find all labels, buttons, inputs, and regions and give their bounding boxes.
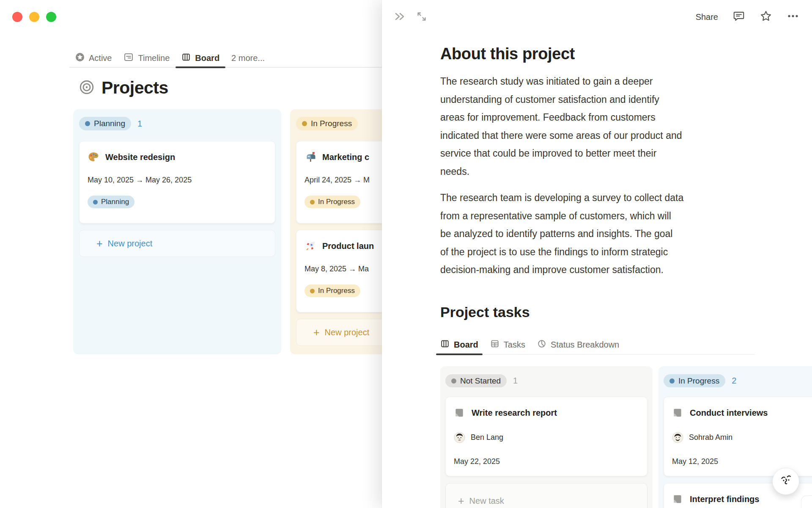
- status-dot: [85, 121, 90, 126]
- tab-label: Tasks: [504, 340, 525, 350]
- tab-label: Active: [89, 53, 112, 63]
- timeline-icon: [123, 52, 134, 64]
- page-title: Projects: [79, 78, 168, 98]
- status-pill-not-started[interactable]: Not Started: [445, 374, 507, 387]
- card-title: Write research report: [472, 408, 557, 418]
- side-peek-panel: Share About this project The research st…: [382, 0, 812, 508]
- status-dot: [451, 378, 456, 384]
- status-pill-planning[interactable]: Planning: [79, 117, 131, 130]
- page-icon: [672, 494, 683, 505]
- about-paragraph-1: The research study was initiated to gain…: [440, 72, 755, 180]
- tab-tasks-board-view[interactable]: Board: [436, 336, 483, 354]
- palette-icon: [88, 151, 99, 163]
- assignee-name: Ben Lang: [471, 433, 503, 442]
- assignee-row: Ben Lang: [454, 432, 639, 443]
- task-column-not-started: Not Started 1 Write research report: [440, 366, 653, 508]
- window-controls: [12, 12, 56, 22]
- tab-status-breakdown-view[interactable]: Status Breakdown: [533, 336, 623, 354]
- status-dot: [310, 200, 315, 204]
- expand-page-icon[interactable]: [415, 10, 428, 25]
- column-header: Not Started 1: [445, 374, 647, 387]
- new-project-label: New project: [325, 328, 370, 337]
- close-window-button[interactable]: [12, 12, 22, 22]
- close-peek-icon[interactable]: [393, 10, 406, 25]
- more-options-icon[interactable]: [787, 10, 799, 24]
- plus-icon: +: [96, 238, 103, 249]
- zoom-window-button[interactable]: [46, 12, 56, 22]
- ai-face-icon: [778, 472, 794, 490]
- database-view-tabs: Active Timeline Board 2 more...: [69, 49, 271, 67]
- card-status-tag: In Progress: [304, 196, 360, 208]
- share-button[interactable]: Share: [696, 10, 718, 24]
- about-paragraph-2: The research team is developing a survey…: [440, 189, 755, 279]
- card-date: May 22, 2025: [454, 457, 639, 466]
- plus-icon: +: [458, 496, 464, 506]
- board-icon: [181, 52, 191, 64]
- board-column-planning: Planning 1 Website redesign May 10, 2025…: [73, 109, 281, 354]
- tab-board-view[interactable]: Board: [176, 49, 225, 67]
- page-title-text: Projects: [102, 78, 168, 98]
- avatar-sohrab-amin: [672, 432, 683, 443]
- column-header: Planning 1: [79, 117, 275, 130]
- table-icon: [490, 339, 499, 351]
- tab-label: Board: [454, 340, 478, 350]
- new-task-button[interactable]: + New task: [445, 483, 647, 508]
- panel-content: About this project The research study wa…: [440, 33, 755, 508]
- star-circle-icon: [75, 52, 85, 64]
- status-dot: [302, 121, 307, 126]
- avatar-ben-lang: [454, 432, 465, 443]
- card-title: Product laun: [322, 241, 374, 251]
- target-icon: [79, 79, 95, 97]
- status-label: In Progress: [318, 287, 355, 295]
- page-icon: [454, 407, 465, 418]
- status-pill-in-progress[interactable]: In Progress: [664, 374, 725, 387]
- tab-label: Status Breakdown: [551, 340, 619, 350]
- project-card-website-redesign[interactable]: Website redesign May 10, 2025 → May 26, …: [79, 141, 275, 224]
- card-title: Conduct interviews: [690, 408, 768, 418]
- status-label: In Progress: [311, 119, 352, 128]
- tab-label: Board: [195, 53, 219, 63]
- task-card-write-research-report[interactable]: Write research report Ben Lang May 22, 2…: [445, 397, 647, 476]
- status-pill-in-progress[interactable]: In Progress: [296, 117, 358, 130]
- column-count: 1: [137, 119, 142, 129]
- mailbox-icon: [304, 151, 316, 163]
- comments-icon[interactable]: [732, 10, 745, 24]
- favorite-star-icon[interactable]: [760, 10, 772, 24]
- tab-more-views[interactable]: 2 more...: [225, 49, 271, 67]
- column-count: 1: [513, 376, 518, 386]
- column-header: In Progress 2: [664, 374, 812, 387]
- tab-label: 2 more...: [231, 53, 265, 63]
- peeking-card-corner: [801, 495, 812, 508]
- card-title: Website redesign: [105, 152, 175, 162]
- rocket-icon: [304, 240, 316, 252]
- card-title: Marketing c: [322, 152, 369, 162]
- card-status-tag: In Progress: [304, 284, 360, 297]
- status-dot: [93, 200, 98, 204]
- status-label: Not Started: [460, 376, 501, 386]
- new-project-label: New project: [108, 239, 153, 248]
- panel-toolbar-left: [393, 10, 428, 25]
- status-label: Planning: [101, 198, 129, 206]
- page-icon: [672, 407, 683, 418]
- tab-label: Timeline: [138, 53, 170, 63]
- new-task-label: New task: [469, 496, 504, 506]
- section-heading-about: About this project: [440, 44, 755, 64]
- task-card-conduct-interviews[interactable]: Conduct interviews Sohrab Amin May 12, 2…: [664, 397, 812, 476]
- tasks-view-tabs: Board Tasks Status Breakdown: [436, 336, 755, 354]
- notion-ai-button[interactable]: [772, 468, 799, 495]
- card-date-range: May 10, 2025 → May 26, 2025: [88, 176, 267, 185]
- tasks-board: Not Started 1 Write research report: [440, 366, 755, 508]
- minimize-window-button[interactable]: [29, 12, 39, 22]
- card-date: May 12, 2025: [672, 457, 812, 466]
- new-project-button-planning[interactable]: + New project: [79, 230, 275, 257]
- tab-active-view[interactable]: Active: [69, 49, 118, 67]
- status-dot: [310, 289, 315, 293]
- tab-tasks-table-view[interactable]: Tasks: [486, 336, 529, 354]
- column-count: 2: [732, 376, 736, 386]
- tab-timeline-view[interactable]: Timeline: [118, 49, 176, 67]
- board-icon: [440, 339, 450, 351]
- pie-chart-icon: [537, 339, 546, 351]
- panel-toolbar-right: Share: [696, 10, 799, 24]
- card-status-tag: Planning: [88, 196, 134, 208]
- assignee-name: Sohrab Amin: [689, 433, 732, 442]
